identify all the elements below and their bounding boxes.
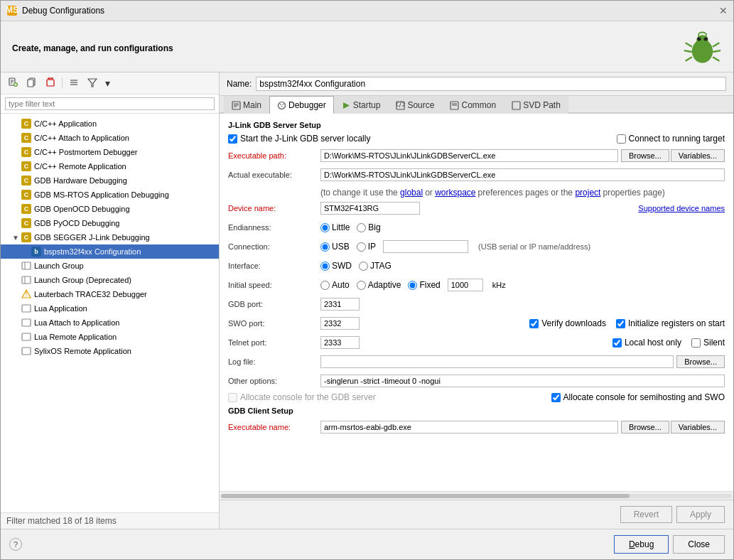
- workspace-link[interactable]: workspace: [435, 188, 475, 198]
- tree-item-launch-group[interactable]: Launch Group: [1, 259, 219, 273]
- footer-right: Debug Close: [614, 535, 725, 554]
- svg-rect-22: [47, 80, 54, 86]
- tab-common[interactable]: Common: [442, 96, 504, 114]
- global-link[interactable]: global: [400, 188, 423, 198]
- tab-debugger[interactable]: Debugger: [269, 96, 334, 114]
- tree-item-lauterbach[interactable]: ! Lauterbach TRACE32 Debugger: [1, 287, 219, 301]
- right-panel: Name: Main Debugger Startup </>: [220, 72, 733, 529]
- tab-source[interactable]: </> Source: [388, 96, 442, 114]
- iface-swd-radio[interactable]: [320, 262, 330, 271]
- filter-status-text: Filter matched 18 of 18 items: [6, 516, 117, 526]
- start-server-checkbox[interactable]: [228, 134, 237, 144]
- other-options-input[interactable]: [320, 375, 725, 387]
- tree-item-bspstm32[interactable]: b bspstm32f4xx Configuration: [1, 244, 219, 259]
- verify-downloads-checkbox[interactable]: [529, 319, 539, 328]
- speed-fixed-radio[interactable]: [408, 281, 417, 290]
- gdb-exe-input[interactable]: [320, 421, 618, 434]
- telnet-port-input[interactable]: [320, 336, 360, 349]
- log-file-browse-button[interactable]: Browse...: [676, 355, 725, 368]
- tree-item-gdb-msrtos[interactable]: C GDB MS-RTOS Application Debugging: [1, 188, 219, 202]
- log-file-input[interactable]: [320, 355, 674, 368]
- new-config-button[interactable]: [5, 75, 22, 91]
- exe-path-row: Executable path: Browse... Variables...: [228, 148, 725, 163]
- delete-config-button[interactable]: [42, 75, 59, 91]
- speed-adaptive-item: Adaptive: [357, 280, 401, 290]
- horizontal-scrollbar[interactable]: [220, 491, 733, 500]
- filter-input[interactable]: [5, 97, 215, 110]
- conn-usb-label: USB: [332, 242, 350, 252]
- tree-item-cpp-attach[interactable]: C C/C++ Attach to Application: [1, 131, 219, 145]
- tab-svd-path[interactable]: SVD Path: [504, 96, 568, 114]
- swo-port-input[interactable]: [320, 317, 360, 330]
- alloc-console-checkbox[interactable]: [228, 393, 237, 402]
- tab-startup[interactable]: Startup: [334, 96, 389, 114]
- actual-exe-input[interactable]: [320, 168, 725, 181]
- speed-value-input[interactable]: [448, 279, 483, 291]
- revert-button[interactable]: Revert: [620, 506, 672, 523]
- debugger-tab-icon: [277, 101, 286, 110]
- sylixos-remote-label: SylixOS Remote Application: [34, 347, 131, 355]
- gdb-openocd-label: GDB OpenOCD Debugging: [34, 205, 130, 213]
- svg-rect-39: [22, 348, 31, 355]
- tree-item-lua-remote[interactable]: Lua Remote Application: [1, 330, 219, 344]
- debug-button[interactable]: Debug: [614, 535, 669, 554]
- tree-item-cpp-remote[interactable]: C C/C++ Remote Application: [1, 159, 219, 173]
- silent-checkbox[interactable]: [691, 338, 701, 348]
- gdb-vars-button[interactable]: Variables...: [671, 421, 725, 434]
- tab-svd-label: SVD Path: [523, 100, 561, 110]
- collapse-all-button[interactable]: [65, 75, 82, 91]
- conn-ip-radio[interactable]: [357, 242, 366, 252]
- lua-attach-label: Lua Attach to Application: [34, 318, 119, 327]
- gdb-port-input[interactable]: [320, 298, 360, 311]
- init-registers-checkbox[interactable]: [616, 319, 625, 328]
- endian-big-radio[interactable]: [357, 223, 366, 232]
- tab-common-label: Common: [461, 100, 496, 110]
- interface-label: Interface:: [228, 262, 320, 270]
- tree-item-launch-group-dep[interactable]: Launch Group (Deprecated): [1, 273, 219, 287]
- more-button[interactable]: ▾: [102, 77, 113, 90]
- endian-big-item: Big: [357, 222, 380, 232]
- cpp-remote-label: C/C++ Remote Application: [34, 162, 126, 171]
- window-close-button[interactable]: ✕: [719, 5, 728, 16]
- config-name-input[interactable]: [256, 77, 726, 91]
- gdb-pyocd-icon: C: [21, 217, 32, 229]
- project-link[interactable]: project: [575, 188, 600, 198]
- tab-main[interactable]: Main: [224, 96, 269, 114]
- launch-group-icon: [21, 260, 32, 271]
- localhost-only-checkbox[interactable]: [612, 338, 622, 348]
- exe-path-vars-button[interactable]: Variables...: [671, 149, 725, 162]
- left-panel: ▾ C C/C++ Application C C: [1, 72, 220, 529]
- duplicate-config-button[interactable]: [23, 75, 41, 91]
- tree-item-lua-app[interactable]: Lua Application: [1, 301, 219, 316]
- conn-usb-radio[interactable]: [320, 242, 330, 252]
- tree-item-gdb-pyocd[interactable]: C GDB PyOCD Debugging: [1, 216, 219, 230]
- supported-devices-link[interactable]: Supported device names: [638, 204, 725, 212]
- tree-item-gdb-segger[interactable]: ▼ C GDB SEGGER J-Link Debugging: [1, 230, 219, 244]
- exe-path-browse-button[interactable]: Browse...: [621, 149, 669, 162]
- conn-usb-item: USB: [320, 242, 350, 252]
- tree-item-cpp-app[interactable]: C C/C++ Application: [1, 117, 219, 131]
- alloc-semihosting-checkbox[interactable]: [551, 393, 561, 402]
- device-name-input[interactable]: [320, 202, 420, 215]
- alloc-semihosting-label: Allocate console for semihosting and SWO: [563, 392, 725, 402]
- apply-button[interactable]: Apply: [676, 506, 725, 523]
- speed-auto-radio[interactable]: [320, 281, 330, 290]
- exe-path-input[interactable]: [320, 149, 618, 162]
- close-button[interactable]: Close: [673, 535, 725, 554]
- tree-item-cpp-postmortem[interactable]: C C/C++ Postmortem Debugger: [1, 145, 219, 159]
- filter-button[interactable]: [84, 75, 101, 91]
- svg-rect-37: [22, 319, 31, 326]
- tree-item-gdb-openocd[interactable]: C GDB OpenOCD Debugging: [1, 202, 219, 216]
- endian-little-radio[interactable]: [320, 223, 330, 232]
- tree-item-gdb-hw[interactable]: C GDB Hardware Debugging: [1, 173, 219, 188]
- tree-item-lua-attach[interactable]: Lua Attach to Application: [1, 316, 219, 330]
- gdb-segger-icon: C: [21, 232, 32, 243]
- iface-jtag-radio[interactable]: [359, 262, 368, 271]
- tree-item-sylixos-remote[interactable]: SylixOS Remote Application: [1, 344, 219, 358]
- gdb-browse-button[interactable]: Browse...: [621, 421, 669, 434]
- speed-adaptive-radio[interactable]: [357, 281, 366, 290]
- connect-running-checkbox[interactable]: [617, 134, 626, 144]
- svg-rect-54: [512, 102, 520, 109]
- help-button[interactable]: ?: [9, 538, 22, 551]
- ip-address-input[interactable]: [383, 240, 468, 253]
